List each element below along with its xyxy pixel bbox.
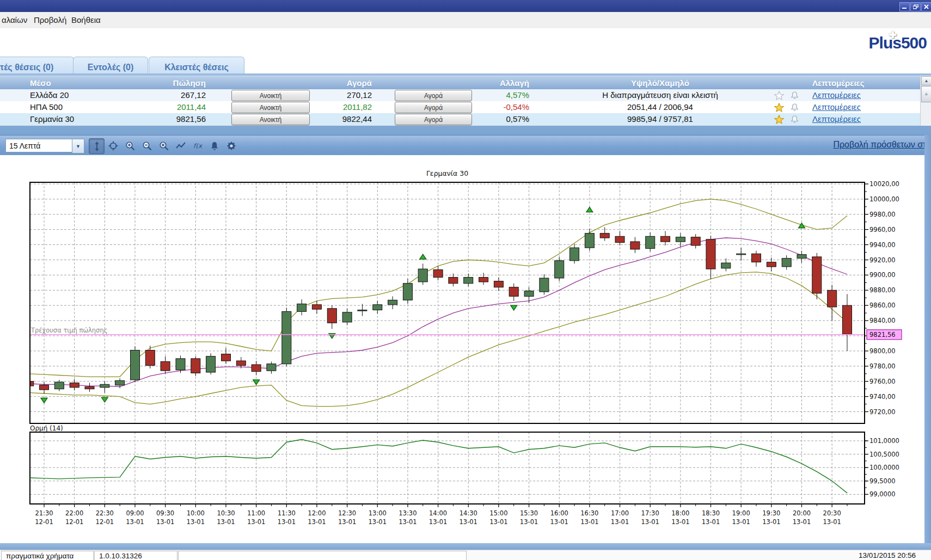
bottom-frame-strip: [0, 543, 931, 550]
alert-bell-icon[interactable]: [791, 91, 799, 100]
plugins-link[interactable]: Προβολή πρόσθετων στο: [833, 140, 931, 150]
svg-text:11:00: 11:00: [247, 509, 265, 517]
timeframe-dropdown-arrow-icon[interactable]: ▼: [72, 139, 84, 153]
col-header-sell: Πώληση: [120, 78, 206, 88]
col-header-buy: Αγορά: [289, 78, 372, 88]
close-button[interactable]: [921, 2, 931, 11]
alert-bell-icon[interactable]: [791, 115, 799, 124]
svg-text:9840,00: 9840,00: [869, 317, 896, 324]
svg-text:13-01: 13-01: [580, 518, 598, 526]
col-header-change: Αλλαγή: [458, 78, 529, 88]
svg-text:18:30: 18:30: [702, 509, 720, 517]
minimize-button[interactable]: [899, 2, 910, 11]
status-empty-field: [178, 551, 467, 560]
svg-text:100,5000: 100,5000: [869, 451, 899, 458]
high-low: 9985,94 / 9757,81: [561, 114, 759, 124]
svg-text:15:30: 15:30: [520, 509, 538, 517]
svg-text:19:00: 19:00: [732, 509, 750, 517]
high-low: Η διαπραγμάτευση είναι κλειστή: [561, 90, 759, 100]
svg-text:18:00: 18:00: [671, 509, 689, 517]
favorite-cell: [774, 115, 784, 126]
svg-text:13-01: 13-01: [399, 518, 416, 526]
svg-text:12:30: 12:30: [338, 509, 356, 517]
svg-text:09:00: 09:00: [126, 509, 144, 517]
zoom-in-icon: [125, 141, 135, 151]
favorite-cell: [774, 91, 784, 102]
change-percent: 4,57%: [458, 90, 529, 100]
signal-arrow-icon: [586, 207, 593, 212]
scroll-up-icon[interactable]: ▲: [921, 76, 931, 85]
svg-text:12:00: 12:00: [308, 509, 326, 517]
right-frame-strip: [924, 135, 931, 550]
svg-text:13-01: 13-01: [641, 518, 659, 526]
line-chart-button[interactable]: [173, 138, 188, 153]
svg-text:13-01: 13-01: [671, 518, 689, 526]
svg-text:22:30: 22:30: [96, 509, 114, 517]
svg-text:99,5000: 99,5000: [869, 477, 896, 485]
zoom-in-button[interactable]: [122, 138, 137, 153]
zoom-out-button[interactable]: [139, 138, 154, 153]
alert-bell-icon[interactable]: [791, 103, 799, 112]
table-header-row: Μέσο Πώληση Αγορά Αλλαγή Υψηλό/Χαμηλό Λε…: [0, 76, 920, 90]
signal-arrow-icon: [420, 254, 426, 259]
alerts-bell-button[interactable]: [207, 138, 222, 153]
instrument-name: ΗΠΑ 500: [30, 102, 63, 112]
timeframe-select[interactable]: 15 Λεπτά: [5, 139, 76, 152]
svg-text:13-01: 13-01: [762, 518, 780, 526]
svg-text:13-01: 13-01: [338, 518, 356, 526]
current-price-label: Τρέχουσα τιμή πώλησης: [30, 327, 107, 334]
plus500-logo: Plus500: [869, 34, 927, 52]
svg-text:13-01: 13-01: [550, 518, 568, 526]
svg-text:13-01: 13-01: [369, 518, 387, 526]
svg-text:22:00: 22:00: [65, 509, 83, 517]
settings-gear-button[interactable]: [224, 138, 238, 153]
crosshair-icon: [108, 141, 118, 151]
details-link[interactable]: Λεπτομέρειες: [812, 102, 861, 112]
favorite-star-icon[interactable]: [774, 103, 784, 112]
details-link[interactable]: Λεπτομέρειες: [812, 90, 861, 100]
svg-text:10:00: 10:00: [187, 509, 205, 517]
range-cursor-button[interactable]: [89, 138, 105, 154]
svg-text:13-01: 13-01: [702, 518, 720, 526]
table-row[interactable]: Ελλάδα 20267,12Ανοικτή270,12Αγορά4,57%Η …: [0, 89, 920, 102]
svg-text:10000,00: 10000,00: [869, 195, 899, 203]
zoom-reset-button[interactable]: [156, 138, 171, 153]
favorite-star-icon[interactable]: [774, 115, 784, 124]
menu-item-kefalaion[interactable]: αλαίων: [2, 15, 27, 24]
buy-price: 270,12: [289, 90, 372, 100]
menu-item-help[interactable]: Βοήθεια: [71, 15, 101, 24]
crosshair-button[interactable]: [106, 138, 120, 153]
table-row[interactable]: ΗΠΑ 5002011,44Ανοικτή2011,82Αγορά-0,54%2…: [0, 101, 920, 114]
restore-button[interactable]: [910, 2, 921, 11]
timeframe-value: 15 Λεπτά: [9, 141, 40, 150]
tab-open-positions-label: τές θέσεις (0): [0, 63, 53, 72]
functions-button[interactable]: f(x): [190, 138, 205, 153]
svg-text:13-01: 13-01: [793, 518, 811, 526]
favorite-star-icon[interactable]: [774, 91, 784, 100]
svg-text:13-01: 13-01: [278, 518, 296, 526]
svg-text:13-01: 13-01: [520, 518, 538, 526]
svg-text:13-01: 13-01: [732, 518, 750, 526]
logo-row: Plus500 ✚: [0, 28, 931, 54]
svg-text:14:30: 14:30: [460, 509, 477, 517]
sell-price: 267,12: [120, 90, 206, 100]
zoom-reset-icon: [159, 141, 169, 151]
svg-text:13-01: 13-01: [611, 518, 629, 526]
price-chart[interactable]: Γερμανία 3010020,0010000,009980,009960,0…: [0, 155, 931, 543]
svg-text:9940,00: 9940,00: [869, 241, 896, 249]
functions-icon: f(x): [193, 141, 203, 151]
favorite-cell: [774, 103, 784, 114]
table-scrollbar[interactable]: ▲ ≡: [920, 76, 931, 126]
svg-text:09:30: 09:30: [156, 509, 174, 517]
alert-cell: [791, 91, 799, 102]
alert-cell: [791, 115, 799, 126]
scrollbar-thumb[interactable]: ≡: [921, 86, 931, 102]
svg-text:10:30: 10:30: [217, 509, 235, 517]
svg-text:9720,00: 9720,00: [869, 408, 896, 416]
svg-text:101,0000: 101,0000: [869, 437, 899, 445]
svg-text:9760,00: 9760,00: [869, 378, 896, 385]
table-row[interactable]: Γερμανία 309821,56Ανοικτή9822,44Αγορά0,5…: [0, 113, 920, 126]
details-link[interactable]: Λεπτομέρειες: [812, 114, 861, 124]
chart-title: Γερμανία 30: [426, 169, 468, 177]
menu-item-view[interactable]: Προβολή: [34, 15, 66, 24]
